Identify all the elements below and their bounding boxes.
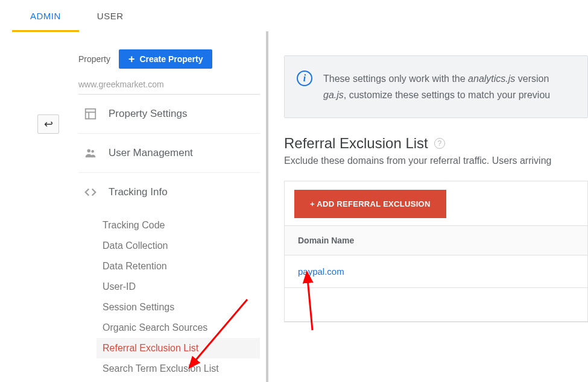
tab-bar: ADMIN USER	[0, 0, 588, 31]
sub-organic-search-sources[interactable]: Organic Search Sources	[103, 318, 260, 338]
sub-session-settings[interactable]: Session Settings	[103, 297, 260, 318]
info-icon: i	[297, 70, 312, 86]
create-property-button[interactable]: + Create Property	[119, 49, 213, 69]
info-notice: i These settings only work with the anal…	[284, 55, 588, 118]
nav-user-management[interactable]: User Management	[78, 134, 260, 173]
page-description: Exclude these domains from your referral…	[284, 155, 588, 166]
notice-text: These settings only work with the analyt…	[323, 70, 550, 103]
back-button[interactable]: ↩	[37, 114, 59, 134]
nav-label: Tracking Info	[109, 186, 168, 198]
nav-label: Property Settings	[109, 108, 187, 120]
svg-rect-0	[86, 109, 96, 119]
page-title: Referral Exclusion List ?	[284, 135, 588, 152]
people-icon	[83, 146, 98, 160]
layout-icon	[83, 107, 98, 121]
nav-property-settings[interactable]: Property Settings	[78, 95, 260, 134]
property-label: Property	[78, 54, 110, 64]
sub-referral-exclusion-list[interactable]: Referral Exclusion List	[96, 338, 260, 359]
svg-point-4	[91, 150, 94, 153]
tracking-sub-list: Tracking Code Data Collection Data Reten…	[103, 211, 260, 379]
plus-icon: +	[128, 55, 135, 63]
tab-admin[interactable]: ADMIN	[12, 0, 79, 31]
table-row[interactable]: paypal.com	[285, 255, 587, 288]
add-referral-exclusion-button[interactable]: + ADD REFERRAL EXCLUSION	[294, 190, 446, 218]
tab-user[interactable]: USER	[79, 0, 142, 31]
help-icon[interactable]: ?	[434, 138, 445, 149]
sub-tracking-code[interactable]: Tracking Code	[103, 215, 260, 236]
table-row-empty	[285, 288, 587, 322]
exclusion-panel: + ADD REFERRAL EXCLUSION Domain Name pay…	[284, 181, 588, 322]
sub-data-collection[interactable]: Data Collection	[103, 236, 260, 256]
main-content: i These settings only work with the anal…	[268, 31, 588, 382]
create-property-label: Create Property	[139, 54, 203, 64]
sidebar: ↩ Property + Create Property www.greekma…	[0, 31, 268, 382]
code-icon	[83, 185, 98, 199]
nav-label: User Management	[109, 147, 193, 159]
table-header-domain: Domain Name	[285, 225, 587, 255]
sub-data-retention[interactable]: Data Retention	[103, 256, 260, 277]
svg-point-3	[87, 149, 91, 153]
sub-search-term-exclusion-list[interactable]: Search Term Exclusion List	[103, 359, 260, 379]
domain-link[interactable]: paypal.com	[298, 266, 344, 277]
property-url-select[interactable]: www.greekmarket.com	[78, 80, 260, 89]
nav-tracking-info[interactable]: Tracking Info	[78, 173, 260, 211]
sub-user-id[interactable]: User-ID	[103, 277, 260, 297]
back-arrow-icon: ↩	[44, 117, 53, 131]
